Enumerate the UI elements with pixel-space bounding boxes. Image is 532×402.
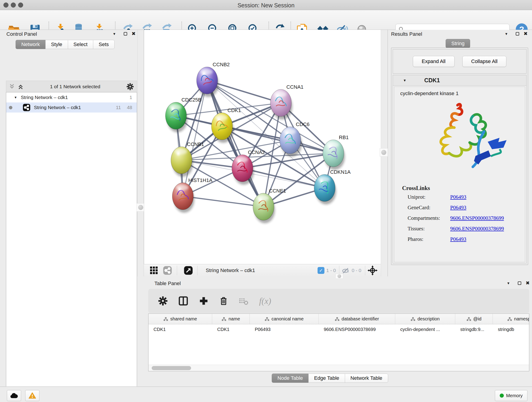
horizontal-splitter-grip[interactable] <box>336 274 343 279</box>
gene-section-header[interactable]: ▼ CDK1 <box>393 75 526 86</box>
collapse-all-chevron-icon[interactable] <box>8 83 15 90</box>
table-row[interactable]: CDK1CDK1P064939606.ENSP00000378699cyclin… <box>148 324 529 334</box>
horizontal-scrollbar[interactable] <box>148 365 529 371</box>
tree-expander-icon[interactable]: ▼ <box>14 96 17 99</box>
table-cell[interactable]: CDK1 <box>212 327 250 332</box>
delete-column-trash-icon[interactable] <box>219 296 228 306</box>
collection-label: String Network – cdk1 <box>21 95 68 100</box>
results-panel-close-button[interactable]: ✖ <box>522 30 530 38</box>
hidden-eye-slash-icon[interactable] <box>342 266 350 274</box>
grid-view-icon[interactable] <box>149 266 158 275</box>
column-header-label: canonical name <box>272 316 304 322</box>
network-node-CDC6[interactable]: CDC6 <box>280 121 310 157</box>
toolbar-separator <box>177 266 177 275</box>
tab-network[interactable]: Network <box>16 40 45 49</box>
string-view-icon[interactable] <box>163 266 172 275</box>
node-label: HIST1H1A <box>188 177 212 183</box>
tab-style[interactable]: Style <box>45 40 68 49</box>
control-panel-menu-button[interactable]: ▼ <box>110 30 118 38</box>
control-panel-close-button[interactable]: ✖ <box>130 30 138 38</box>
network-node-RB1[interactable]: RB1 <box>323 134 349 170</box>
table-panel-float-button[interactable] <box>515 279 523 287</box>
control-panel-tabs: NetworkStyleSelectSets <box>16 40 114 49</box>
results-panel-float-button[interactable] <box>513 30 521 38</box>
network-node-CCNB2[interactable]: CCNB2 <box>196 62 230 97</box>
column-header-canonical-name[interactable]: canonical name <box>250 314 319 324</box>
network-collection-row[interactable]: ▼ String Network – cdk1 1 <box>6 92 137 102</box>
crosslink-label: GeneCard: <box>408 205 450 211</box>
network-view-toolbar: String Network – cdk1 ✓ 1 - 0 0 - 0 <box>144 264 381 276</box>
tab-node-table[interactable]: Node Table <box>272 374 308 383</box>
fit-content-crosshair-icon[interactable] <box>367 265 378 275</box>
column-header--id[interactable]: @id <box>455 314 493 324</box>
node-label: CCNB1 <box>187 141 204 147</box>
node-label: CCNB2 <box>213 62 230 67</box>
network-options-gear-icon[interactable] <box>126 83 134 90</box>
column-header-database-identifier[interactable]: database identifier <box>319 314 395 324</box>
selected-checkbox-icon[interactable]: ✓ <box>317 267 324 274</box>
cloud-button[interactable] <box>7 390 21 401</box>
tab-string[interactable]: String <box>446 39 470 48</box>
crosslink-row: Pharos:P06493 <box>408 236 504 242</box>
collapse-all-button[interactable]: Collapse All <box>462 56 507 67</box>
network-node-HIST1H1A[interactable]: HIST1H1A <box>172 177 212 213</box>
network-node-CDKN1A[interactable]: CDKN1A <box>314 169 351 204</box>
left-splitter-grip[interactable] <box>137 203 145 211</box>
right-splitter-grip[interactable] <box>380 148 388 157</box>
table-panel-close-button[interactable]: ✖ <box>524 279 532 287</box>
show-columns-icon[interactable] <box>178 296 189 306</box>
column-header-label: namespace <box>514 316 529 322</box>
expand-all-button[interactable]: Expand All <box>413 56 455 67</box>
selected-counts: 1 - 0 <box>326 268 336 273</box>
crosslinks-section: CrossLinks Uniprot:P06493GeneCard:P06493… <box>402 185 504 247</box>
crosslink-value-link[interactable]: P06493 <box>450 236 466 242</box>
warning-icon <box>28 392 36 399</box>
results-panel-menu-button[interactable]: ▼ <box>502 30 510 38</box>
network-row-selected[interactable]: String Network – cdk1 11 48 <box>6 102 137 113</box>
network-node-CCNA1[interactable]: CCNA1 <box>270 84 304 119</box>
node-count: 11 <box>116 105 121 110</box>
crosslink-row: GeneCard:P06493 <box>408 205 504 211</box>
gene-expander-icon[interactable]: ▼ <box>403 78 406 82</box>
tab-network-table[interactable]: Network Table <box>345 374 388 383</box>
table-cell[interactable]: CDK1 <box>148 327 212 332</box>
column-header-name[interactable]: name <box>212 314 250 324</box>
memory-button[interactable]: Memory <box>495 390 527 401</box>
table-cell[interactable]: 9606.ENSP00000378699 <box>319 327 395 332</box>
right-splitter[interactable] <box>381 30 388 276</box>
network-list: ▼ String Network – cdk1 1 String Network… <box>6 92 137 402</box>
network-edge[interactable] <box>183 196 264 207</box>
horizontal-splitter[interactable] <box>144 276 532 279</box>
delete-table-icon <box>239 296 249 306</box>
title-bar: Session: New Session <box>0 0 532 10</box>
crosslink-label: Compartments: <box>408 215 450 221</box>
left-splitter[interactable] <box>138 30 144 276</box>
expand-all-chevron-icon[interactable] <box>17 83 24 90</box>
tab-select[interactable]: Select <box>68 40 93 49</box>
add-column-icon[interactable] <box>199 296 209 306</box>
table-cell[interactable]: cyclin-dependent ... <box>395 327 455 332</box>
column-header-shared-name[interactable]: shared name <box>148 314 212 324</box>
table-panel-menu-button[interactable]: ▼ <box>505 279 512 287</box>
network-canvas[interactable]: CCNB2CCNA1CDC25BCDK1CDC6RB1CCNB1CCNA2CDK… <box>144 30 381 264</box>
tab-edge-table[interactable]: Edge Table <box>308 374 345 383</box>
table-cell[interactable]: stringdb <box>493 327 529 332</box>
crosslink-value-link[interactable]: 9606.ENSP00000378699 <box>450 226 504 232</box>
node-label: CDK1 <box>228 108 241 113</box>
table-header-row: shared namenamecanonical namedatabase id… <box>148 314 529 324</box>
table-cell[interactable]: P06493 <box>250 327 319 332</box>
scrollbar-thumb[interactable] <box>152 366 191 370</box>
table-options-gear-icon[interactable] <box>158 296 168 306</box>
column-header-namespace[interactable]: namespace <box>493 314 529 324</box>
table-cell[interactable]: stringdb:9... <box>455 327 493 332</box>
crosslink-value-link[interactable]: P06493 <box>450 194 466 200</box>
column-header-description[interactable]: description <box>395 314 455 324</box>
network-edge[interactable] <box>207 80 264 207</box>
open-in-window-icon[interactable] <box>184 266 193 275</box>
network-node-CDK1[interactable]: CDK1 <box>211 108 241 143</box>
crosslink-value-link[interactable]: 9606.ENSP00000378699 <box>450 215 504 221</box>
crosslink-value-link[interactable]: P06493 <box>450 205 466 211</box>
control-panel-float-button[interactable] <box>121 30 129 38</box>
tab-sets[interactable]: Sets <box>93 40 114 49</box>
warnings-button[interactable] <box>25 390 39 401</box>
